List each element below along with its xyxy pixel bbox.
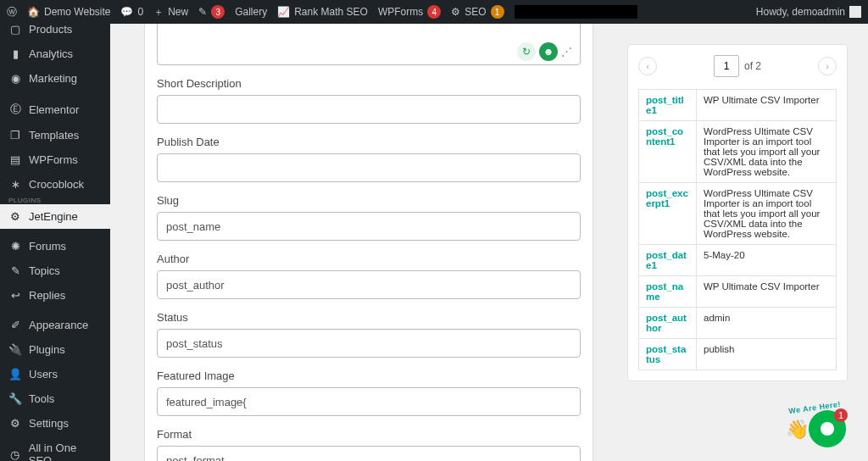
sidebar-item-forums[interactable]: ✺Forums	[0, 234, 110, 258]
preview-val: admin	[697, 308, 837, 339]
input-short-desc[interactable]	[157, 95, 581, 124]
megaphone-icon: ◉	[8, 72, 22, 85]
reply-icon: ↩	[8, 289, 22, 302]
label-slug: Slug	[157, 194, 581, 207]
templates-icon: ❐	[8, 129, 22, 142]
table-row: post_nameWP Ultimate CSV Importer	[639, 276, 837, 308]
input-slug[interactable]	[157, 212, 581, 241]
table-row: post_statuspublish	[639, 339, 837, 370]
input-featured[interactable]	[157, 387, 581, 416]
yoast-icon[interactable]: ✎3	[198, 5, 225, 19]
box-icon: ▢	[8, 24, 22, 36]
label-publish-date: Publish Date	[157, 136, 581, 148]
howdy-user[interactable]: Howdy, demoadmin	[756, 6, 861, 18]
table-row: post_excerpt1WordPress Ultimate CSV Impo…	[639, 183, 837, 245]
table-row: post_date15-May-20	[639, 245, 837, 276]
preview-val: WP Ultimate CSV Importer	[697, 90, 837, 121]
comments-link[interactable]: 💬0	[120, 6, 143, 18]
rankmath-link[interactable]: 📈Rank Math SEO	[277, 6, 368, 18]
sidebar-item-aioseo[interactable]: ◷All in One SEO	[0, 436, 110, 461]
sidebar-item-topics[interactable]: ✎Topics	[0, 258, 110, 283]
preview-key: post_date1	[639, 245, 697, 276]
site-name[interactable]: 🏠Demo Website	[27, 6, 110, 18]
sidebar-item-plugins[interactable]: 🔌Plugins	[0, 337, 110, 362]
aioseo-icon: ◷	[8, 448, 22, 461]
preview-key: post_status	[639, 339, 697, 370]
pager: ‹ of 2 ›	[638, 55, 837, 77]
topic-icon: ✎	[8, 264, 22, 277]
sidebar-item-jetengine[interactable]: ⚙JetEngine	[0, 204, 110, 229]
sidebar-item-appearance[interactable]: ✐Appearance	[0, 313, 110, 337]
sidebar-item-wpforms[interactable]: ▤WPForms	[0, 147, 110, 172]
form-icon: ▤	[8, 153, 22, 166]
user-icon: 👤	[8, 368, 22, 380]
content-box[interactable]: ↻ ☻ ⋰	[157, 24, 581, 65]
new-content[interactable]: ＋New	[153, 5, 188, 19]
blackout-area	[515, 5, 637, 19]
preview-table: post_title1WP Ultimate CSV Importer post…	[638, 89, 837, 370]
prev-page-button[interactable]: ‹	[638, 57, 657, 75]
croco-icon: ∗	[8, 178, 22, 191]
input-status[interactable]	[157, 329, 581, 358]
brush-icon: ✐	[8, 319, 22, 331]
preview-key: post_content1	[639, 121, 697, 183]
chat-badge: 1	[834, 408, 848, 422]
preview-key: post_excerpt1	[639, 183, 697, 245]
mapping-card: ↻ ☻ ⋰ Short Description Publish Date Slu…	[144, 24, 593, 461]
input-author[interactable]	[157, 270, 581, 299]
table-row: post_authoradmin	[639, 308, 837, 339]
gear-icon: ⚙	[8, 417, 22, 430]
resize-icon[interactable]: ⋰	[561, 45, 575, 58]
wp-logo[interactable]: ⓦ	[7, 5, 17, 19]
next-page-button[interactable]: ›	[818, 57, 837, 75]
sidebar-item-marketing[interactable]: ◉Marketing	[0, 66, 110, 91]
table-row: post_content1WordPress Ultimate CSV Impo…	[639, 121, 837, 183]
gallery-link[interactable]: Gallery	[235, 6, 267, 18]
chat-icon: ✺	[8, 240, 22, 253]
preview-val: WordPress Ultimate CSV Importer is an im…	[697, 121, 837, 183]
sidebar-item-users[interactable]: 👤Users	[0, 362, 110, 386]
label-short-desc: Short Description	[157, 77, 581, 90]
sidebar-item-templates[interactable]: ❐Templates	[0, 123, 110, 147]
table-row: post_title1WP Ultimate CSV Importer	[639, 90, 837, 121]
bars-icon: ▮	[8, 47, 22, 60]
preview-panel: ‹ of 2 › post_title1WP Ultimate CSV Impo…	[627, 44, 848, 381]
sidebar-item-tools[interactable]: 🔧Tools	[0, 386, 110, 411]
main-area: ↻ ☻ ⋰ Short Description Publish Date Slu…	[110, 24, 868, 461]
plug-icon: 🔌	[8, 343, 22, 356]
preview-val: WP Ultimate CSV Importer	[697, 276, 837, 308]
sidebar-item-crocoblock[interactable]: ∗Crocoblock	[0, 172, 110, 197]
label-author: Author	[157, 253, 581, 265]
sidebar-item-elementor[interactable]: ⒺElementor	[0, 96, 110, 123]
sidebar-item-analytics[interactable]: ▮Analytics	[0, 42, 110, 66]
page-total: of 2	[744, 60, 761, 72]
seo-link[interactable]: ⚙SEO1	[451, 5, 504, 19]
sidebar-item-replies[interactable]: ↩Replies	[0, 283, 110, 308]
preview-val: publish	[697, 339, 837, 370]
preview-val: WordPress Ultimate CSV Importer is an im…	[697, 183, 837, 245]
label-format: Format	[157, 428, 581, 441]
wpforms-link[interactable]: WPForms4	[378, 5, 441, 19]
input-publish-date[interactable]	[157, 153, 581, 182]
page-number-input[interactable]	[714, 55, 739, 77]
input-format[interactable]	[157, 446, 581, 461]
refresh-icon[interactable]: ↻	[517, 42, 536, 61]
wave-hand-icon: 👋	[786, 419, 809, 441]
chat-bubble-icon[interactable]: 1	[809, 410, 846, 447]
label-status: Status	[157, 311, 581, 324]
sidebar-item-settings[interactable]: ⚙Settings	[0, 411, 110, 436]
chat-widget[interactable]: We Are Here! 👋 1	[809, 410, 846, 447]
jet-icon: ⚙	[8, 210, 22, 223]
sidebar-item-products[interactable]: ▢Products	[0, 24, 110, 42]
preview-val: 5-May-20	[697, 245, 837, 276]
bot-icon[interactable]: ☻	[539, 42, 558, 61]
wrench-icon: 🔧	[8, 392, 22, 405]
elementor-icon: Ⓔ	[8, 102, 22, 117]
avatar	[849, 6, 861, 18]
admin-sidebar: ▢Products ▮Analytics ◉Marketing ⒺElement…	[0, 24, 110, 461]
preview-key: post_author	[639, 308, 697, 339]
admin-bar: ⓦ 🏠Demo Website 💬0 ＋New ✎3 Gallery 📈Rank…	[0, 0, 868, 24]
label-featured: Featured Image	[157, 369, 581, 382]
preview-key: post_name	[639, 276, 697, 308]
preview-key: post_title1	[639, 90, 697, 121]
